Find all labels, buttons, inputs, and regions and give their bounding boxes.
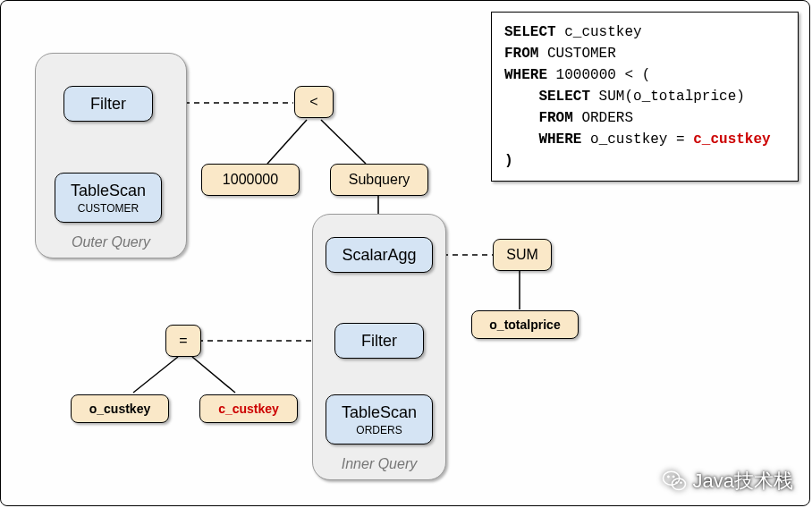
sql-kw: SELECT <box>504 24 556 40</box>
sql-text: SUM(o_totalprice) <box>590 89 745 105</box>
lt-operator: < <box>294 86 334 118</box>
wechat-icon <box>661 468 688 495</box>
outer-tablescan-node: TableScan CUSTOMER <box>55 173 162 223</box>
sql-indent <box>504 89 538 105</box>
outer-tablename: CUSTOMER <box>78 202 139 215</box>
ocustkey-node: o_custkey <box>71 394 169 423</box>
scalaragg-node: ScalarAgg <box>326 237 433 273</box>
outer-filter-label: Filter <box>90 95 126 114</box>
subquery-label: Subquery <box>349 172 410 188</box>
ccustkey-label: c_custkey <box>218 402 279 416</box>
sql-indent <box>504 110 538 126</box>
inner-query-title: Inner Query <box>313 456 445 472</box>
outer-tablescan-label: TableScan <box>71 182 146 200</box>
svg-point-17 <box>675 482 677 484</box>
sql-text: CUSTOMER <box>538 46 615 62</box>
inner-tablename: ORDERS <box>356 424 402 436</box>
svg-line-4 <box>321 120 366 164</box>
sql-kw: SELECT <box>538 89 590 105</box>
totalprice-node: o_totalprice <box>471 310 579 339</box>
eq-label: = <box>179 333 187 349</box>
sum-node: SUM <box>493 239 552 271</box>
eq-operator: = <box>165 325 201 357</box>
sql-code-box: SELECT c_custkey FROM CUSTOMER WHERE 100… <box>491 12 799 182</box>
outer-filter-node: Filter <box>63 86 153 122</box>
sql-red: c_custkey <box>693 131 770 148</box>
inner-tablescan-label: TableScan <box>342 403 417 422</box>
diagram-canvas: Outer Query Filter TableScan CUSTOMER < … <box>0 0 810 506</box>
sum-label: SUM <box>506 247 538 263</box>
sql-kw: FROM <box>504 46 538 62</box>
sql-text: 1000000 < ( <box>547 67 650 83</box>
inner-filter-node: Filter <box>334 323 424 359</box>
watermark: Java技术栈 <box>661 468 793 495</box>
subquery-node: Subquery <box>330 164 428 196</box>
sql-indent <box>504 131 538 148</box>
watermark-text: Java技术栈 <box>693 468 793 495</box>
million-label: 1000000 <box>223 172 278 188</box>
lt-label: < <box>309 94 317 110</box>
sql-kw: WHERE <box>504 67 547 83</box>
ccustkey-node: c_custkey <box>199 394 298 423</box>
svg-point-16 <box>672 476 674 478</box>
ocustkey-label: o_custkey <box>89 402 150 416</box>
outer-query-group: Outer Query <box>35 53 187 258</box>
sql-kw: WHERE <box>538 131 581 148</box>
constant-million: 1000000 <box>201 164 300 196</box>
svg-point-15 <box>667 476 669 478</box>
svg-line-11 <box>192 357 235 393</box>
totalprice-label: o_totalprice <box>489 318 560 332</box>
sql-text: ORDERS <box>573 110 633 126</box>
sql-text: o_custkey = <box>581 131 693 148</box>
outer-query-title: Outer Query <box>36 234 186 250</box>
svg-point-18 <box>680 482 681 484</box>
scalaragg-label: ScalarAgg <box>342 246 416 265</box>
inner-filter-label: Filter <box>361 332 397 351</box>
sql-kw: ) <box>504 153 513 169</box>
svg-line-3 <box>267 120 307 164</box>
inner-tablescan-node: TableScan ORDERS <box>326 394 433 444</box>
sql-text: c_custkey <box>556 24 642 40</box>
sql-kw: FROM <box>538 110 572 126</box>
svg-line-10 <box>133 357 178 393</box>
